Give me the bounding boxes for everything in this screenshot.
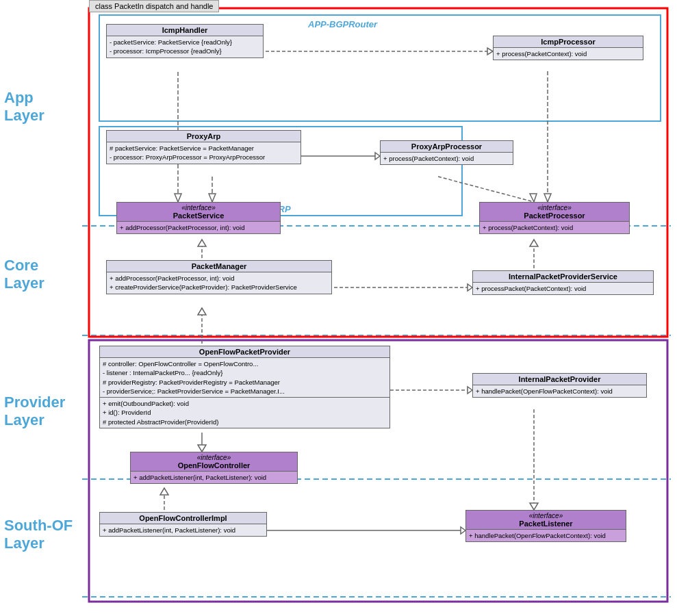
- internal-packet-provider-service-box: InternalPacketProviderService + processP…: [472, 270, 654, 295]
- openflow-pp-field-4: - providerService;: PacketProviderServic…: [103, 387, 387, 396]
- openflow-controller-name: OpenFlowController: [133, 461, 294, 470]
- svg-marker-37: [530, 503, 538, 510]
- svg-marker-21: [198, 240, 206, 246]
- provider-layer-label: ProviderLayer: [4, 394, 65, 430]
- svg-marker-33: [160, 488, 168, 495]
- tab-label: class PacketIn dispatch and handle: [89, 0, 219, 12]
- openflow-controller-impl-box: OpenFlowControllerImpl + addPacketListen…: [99, 512, 267, 537]
- icmp-handler-title: IcmpHandler: [107, 25, 263, 36]
- packet-service-body: + addProcessor(PacketProcessor, int): vo…: [117, 222, 280, 233]
- svg-line-18: [438, 177, 534, 202]
- proxy-arp-processor-box: ProxyArpProcessor + process(PacketContex…: [380, 140, 513, 165]
- svg-marker-19: [530, 194, 537, 202]
- openflow-pp-methods: + emit(OutboundPacket): void + id(): Pro…: [100, 397, 389, 428]
- packet-listener-title: «interface» PacketListener: [466, 511, 626, 530]
- proxy-arp-processor-body: + process(PacketContext): void: [381, 153, 513, 164]
- openflow-controller-impl-title: OpenFlowControllerImpl: [100, 513, 266, 524]
- internal-packet-provider-service-body: + processPacket(PacketContext): void: [473, 283, 653, 294]
- proxy-arp-processor-title: ProxyArpProcessor: [381, 141, 513, 153]
- svg-marker-23: [530, 240, 538, 246]
- openflow-controller-body: + addPacketListener(int, PacketListener)…: [131, 472, 297, 483]
- south-of-layer-label: South-OFLayer: [4, 517, 73, 553]
- packet-processor-box: «interface» PacketProcessor + process(Pa…: [479, 202, 630, 234]
- internal-packet-provider-title: InternalPacketProvider: [473, 374, 646, 385]
- packet-listener-body: + handlePacket(OpenFlowPacketContext): v…: [466, 530, 626, 541]
- proxy-arp-field-2: - processor: ProxyArpProcessor = ProxyAr…: [110, 153, 298, 162]
- app-layer-label: AppLayer: [4, 89, 44, 125]
- packet-processor-stereotype: «interface»: [483, 204, 626, 211]
- openflow-controller-box: «interface» OpenFlowController + addPack…: [130, 452, 298, 484]
- internal-packet-provider-body: + handlePacket(OpenFlowPacketContext): v…: [473, 385, 646, 397]
- svg-marker-27: [198, 308, 206, 315]
- icmp-processor-body: + process(PacketContext): void: [494, 48, 643, 60]
- svg-marker-35: [461, 527, 465, 534]
- internal-packet-provider-service-method-1: + processPacket(PacketContext): void: [476, 284, 650, 293]
- openflow-packet-provider-body: # controller: OpenFlowController = OpenF…: [100, 358, 389, 397]
- svg-marker-15: [375, 153, 380, 159]
- packet-processor-method-1: + process(PacketContext): void: [483, 223, 626, 232]
- icmp-handler-field-2: - processor: IcmpProcessor {readOnly}: [110, 47, 260, 55]
- internal-packet-provider-method-1: + handlePacket(OpenFlowPacketContext): v…: [476, 387, 643, 396]
- packet-processor-body: + process(PacketContext): void: [480, 222, 629, 233]
- packet-processor-name: PacketProcessor: [483, 211, 626, 220]
- svg-marker-29: [468, 387, 472, 394]
- app-bgprouter-label: APP-BGPRouter: [308, 19, 377, 29]
- packet-service-name: PacketService: [120, 211, 277, 220]
- packet-service-box: «interface» PacketService + addProcessor…: [116, 202, 281, 234]
- core-layer-label: CoreLayer: [4, 257, 44, 293]
- openflow-pp-method-3: # protected AbstractProvider(ProviderId): [103, 418, 387, 426]
- packet-listener-name: PacketListener: [469, 519, 623, 528]
- packet-service-title: «interface» PacketService: [117, 203, 280, 222]
- openflow-pp-method-1: + emit(OutboundPacket): void: [103, 399, 387, 408]
- openflow-pp-method-2: + id(): ProviderId: [103, 408, 387, 417]
- icmp-handler-box: IcmpHandler - packetService: PacketServi…: [106, 24, 264, 58]
- svg-marker-25: [468, 284, 472, 291]
- svg-marker-11: [209, 194, 216, 202]
- openflow-packet-provider-box: OpenFlowPacketProvider # controller: Ope…: [99, 346, 390, 428]
- icmp-processor-method-1: + process(PacketContext): void: [496, 49, 640, 58]
- openflow-controller-stereotype: «interface»: [133, 454, 294, 461]
- openflow-controller-impl-body: + addPacketListener(int, PacketListener)…: [100, 524, 266, 536]
- icmp-processor-box: IcmpProcessor + process(PacketContext): …: [493, 36, 643, 60]
- openflow-pp-field-2: - listener : InternalPacketPro... {readO…: [103, 368, 387, 377]
- svg-marker-31: [198, 445, 206, 452]
- packet-manager-title: PacketManager: [107, 261, 331, 272]
- proxy-arp-processor-method-1: + process(PacketContext): void: [383, 154, 510, 163]
- diagram-container: class PacketIn dispatch and handle: [0, 0, 677, 616]
- packet-manager-body: + addProcessor(PacketProcessor, int): vo…: [107, 272, 331, 294]
- packet-listener-method-1: + handlePacket(OpenFlowPacketContext): v…: [469, 531, 623, 540]
- openflow-controller-impl-method-1: + addPacketListener(int, PacketListener)…: [103, 526, 264, 535]
- packet-service-stereotype: «interface»: [120, 204, 277, 211]
- packet-manager-method-2: + createProviderService(PacketProvider):…: [110, 283, 329, 292]
- internal-packet-provider-service-title: InternalPacketProviderService: [473, 271, 653, 283]
- packet-manager-box: PacketManager + addProcessor(PacketProce…: [106, 260, 332, 294]
- proxy-arp-field-1: # packetService: PacketService = PacketM…: [110, 144, 298, 153]
- packet-listener-stereotype: «interface»: [469, 512, 623, 519]
- openflow-pp-field-1: # controller: OpenFlowController = OpenF…: [103, 359, 387, 368]
- openflow-pp-field-3: # providerRegistry: PacketProviderRegist…: [103, 378, 387, 387]
- packet-processor-title: «interface» PacketProcessor: [480, 203, 629, 222]
- packet-manager-method-1: + addProcessor(PacketProcessor, int): vo…: [110, 274, 329, 283]
- openflow-controller-method-1: + addPacketListener(int, PacketListener)…: [133, 473, 294, 482]
- proxy-arp-body: # packetService: PacketService = PacketM…: [107, 142, 301, 164]
- icmp-processor-title: IcmpProcessor: [494, 36, 643, 48]
- proxy-arp-box: ProxyArp # packetService: PacketService …: [106, 130, 301, 164]
- openflow-controller-title: «interface» OpenFlowController: [131, 452, 297, 472]
- internal-packet-provider-box: InternalPacketProvider + handlePacket(Op…: [472, 373, 647, 398]
- svg-marker-13: [487, 48, 493, 55]
- packet-service-method-1: + addProcessor(PacketProcessor, int): vo…: [120, 223, 277, 232]
- proxy-arp-title: ProxyArp: [107, 131, 301, 142]
- openflow-packet-provider-title: OpenFlowPacketProvider: [100, 346, 389, 358]
- svg-marker-9: [175, 194, 181, 202]
- icmp-handler-field-1: - packetService: PacketService {readOnly…: [110, 38, 260, 47]
- svg-marker-17: [544, 194, 551, 202]
- packet-listener-box: «interface» PacketListener + handlePacke…: [465, 510, 626, 542]
- icmp-handler-body: - packetService: PacketService {readOnly…: [107, 36, 263, 57]
